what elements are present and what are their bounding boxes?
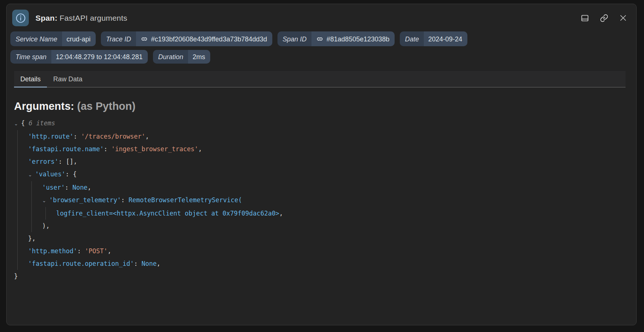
arguments-heading-suffix: (as Python) [77, 100, 136, 112]
badge-label: Date [400, 31, 424, 46]
code-line: 'fastapi.route.name': 'ingest_browser_tr… [28, 143, 629, 155]
details-content: Arguments: (as Python) ⌄{ 6 items'http.r… [7, 88, 636, 282]
code-token: 'http.route' [28, 133, 74, 140]
metadata-badges: Service Namecrud-apiTrace ID#c193bf20608… [7, 31, 636, 64]
code-token: 'user' [42, 184, 65, 191]
code-token: 'POST' [85, 247, 108, 255]
code-line: logfire_client=<httpx.AsyncClient object… [56, 207, 629, 220]
header-actions [580, 14, 627, 23]
code-block-children: 'user': None,⌄'browser_telemetry': Remot… [31, 181, 629, 232]
metadata-badge: Duration2ms [153, 50, 210, 64]
code-token: RemoteBrowserTelemetryService( [129, 196, 242, 204]
code-token: 'ingest_browser_traces' [111, 145, 198, 153]
code-token: , [279, 210, 283, 217]
link-icon [140, 35, 148, 43]
badge-value-text: crud-api [67, 36, 91, 43]
page-title: Span:FastAPI arguments [35, 14, 127, 23]
badge-label: Duration [153, 50, 188, 64]
badge-value-text: 2024-09-24 [428, 36, 462, 43]
span-name: FastAPI arguments [59, 14, 127, 22]
code-line: 'fastapi.route.operation_id': None, [28, 257, 629, 270]
code-token: 6 items [28, 119, 55, 127]
code-token: : [104, 145, 111, 153]
badge-value: 2024-09-24 [424, 31, 467, 46]
span-detail-panel: Span:FastAPI arguments [6, 4, 637, 325]
metadata-badge: Span ID#81ad8505e123038b [277, 31, 395, 46]
code-line: 'user': None, [42, 181, 629, 194]
code-token: } [14, 272, 18, 280]
code-token: None [142, 260, 157, 267]
code-token: : [74, 133, 81, 140]
code-token: 'values' [35, 170, 65, 178]
code-line: 'errors': [], [28, 155, 629, 168]
link-icon [316, 35, 324, 43]
code-line: 'http.route': '/traces/browser', [28, 130, 629, 143]
badge-value-text: 2ms [192, 54, 205, 60]
arguments-heading: Arguments: (as Python) [14, 100, 629, 112]
code-token: , [108, 247, 111, 255]
badge-row: Service Namecrud-apiTrace ID#c193bf20608… [10, 31, 633, 46]
code-token: 'http.method' [28, 247, 77, 255]
badge-value[interactable]: #81ad8505e123038b [311, 31, 395, 46]
tab-details[interactable]: Details [14, 71, 47, 87]
code-token: logfire_client=<httpx.AsyncClient object… [56, 210, 279, 217]
tab-raw-data[interactable]: Raw Data [47, 71, 89, 87]
code-block-children: logfire_client=<httpx.AsyncClient object… [45, 207, 629, 220]
code-token: : [], [58, 158, 77, 165]
badge-label: Time span [10, 50, 51, 64]
collapse-toggle-icon[interactable]: ⌄ [14, 118, 21, 130]
badge-label: Span ID [277, 31, 311, 46]
collapse-toggle-icon[interactable]: ⌄ [28, 169, 35, 181]
badge-value: 12:04:48.279 to 12:04:48.281 [51, 50, 148, 64]
code-token: 'browser_telemetry' [49, 196, 121, 204]
span-kind-label: Span: [35, 14, 57, 22]
metadata-badge: Service Namecrud-api [10, 31, 96, 46]
code-token: { [21, 119, 28, 127]
code-token: : [134, 260, 142, 267]
code-token: : [77, 247, 85, 255]
code-token: ), [42, 222, 50, 230]
code-token: , [198, 145, 202, 153]
code-line: 'http.method': 'POST', [28, 245, 629, 257]
metadata-badge: Trace ID#c193bf20608e43d9ffed3a73b784dd3… [101, 31, 272, 46]
dock-bottom-panel-icon[interactable] [580, 14, 589, 23]
badge-value-text: 12:04:48.279 to 12:04:48.281 [56, 54, 143, 60]
code-close-line: } [14, 270, 629, 282]
code-token: , [88, 184, 91, 191]
badge-value-text: #c193bf20608e43d9ffed3a73b784dd3d [151, 36, 267, 43]
arguments-code-tree: ⌄{ 6 items'http.route': '/traces/browser… [14, 117, 629, 282]
code-token: : [121, 196, 128, 204]
tab-bar: DetailsRaw Data [14, 71, 626, 88]
code-token: : { [65, 170, 77, 178]
badge-value: 2ms [188, 50, 210, 64]
badge-label: Trace ID [101, 31, 136, 46]
code-block-children: 'http.route': '/traces/browser','fastapi… [17, 130, 629, 270]
code-token: , [157, 260, 160, 267]
code-line: ⌄'values': { [28, 168, 629, 181]
metadata-badge: Time span12:04:48.279 to 12:04:48.281 [10, 50, 148, 64]
badge-label: Service Name [10, 31, 62, 46]
code-token: '/traces/browser' [81, 133, 145, 140]
code-token: 'fastapi.route.name' [28, 145, 104, 153]
badge-row: Time span12:04:48.279 to 12:04:48.281Dur… [10, 50, 633, 64]
code-token: 'fastapi.route.operation_id' [28, 260, 134, 267]
code-line: ⌄'browser_telemetry': RemoteBrowserTelem… [42, 194, 629, 207]
copy-link-icon[interactable] [600, 14, 609, 23]
info-icon [12, 10, 29, 26]
badge-value[interactable]: #c193bf20608e43d9ffed3a73b784dd3d [136, 31, 272, 46]
badge-value-text: #81ad8505e123038b [327, 36, 389, 43]
code-token: 'errors' [28, 158, 58, 165]
badge-value: crud-api [62, 31, 96, 46]
collapse-toggle-icon[interactable]: ⌄ [42, 194, 49, 207]
code-close-line: }, [28, 232, 629, 245]
code-token: }, [28, 235, 35, 242]
code-token: None [72, 184, 88, 191]
close-icon[interactable] [619, 14, 627, 22]
panel-header: Span:FastAPI arguments [7, 4, 636, 31]
metadata-badge: Date2024-09-24 [400, 31, 467, 46]
code-token: : [65, 184, 72, 191]
code-line: ⌄{ 6 items [14, 117, 629, 130]
code-close-line: ), [42, 220, 629, 232]
code-token: , [145, 133, 149, 140]
